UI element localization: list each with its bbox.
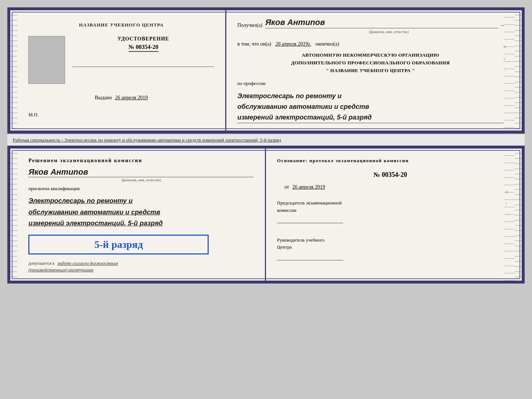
bottom-profession-line1: Электрослесарь по ремонту и bbox=[28, 195, 254, 207]
rdash-2: – bbox=[506, 167, 513, 171]
allowed-value2: (производственным) инструкциям bbox=[28, 267, 93, 272]
rdash-8: – bbox=[506, 235, 513, 239]
date-line: в том, что он(а) 26 апреля 2019г. окончи… bbox=[237, 41, 504, 47]
left-border-decoration-bottom bbox=[10, 149, 17, 281]
bottom-profession-line2: обслуживанию автоматики и средств bbox=[28, 207, 254, 218]
bottom-profession-line3: измерений электростанций, 5-й разряд bbox=[28, 218, 254, 229]
page-wrapper: НАЗВАНИЕ УЧЕБНОГО ЦЕНТРА УДОСТОВЕРЕНИЕ №… bbox=[7, 7, 525, 284]
allowed-line: допускается к работе согласно должностны… bbox=[28, 260, 254, 273]
qualification-label: присвоена квалификация bbox=[28, 186, 254, 192]
cert-number: № 00354-20 bbox=[129, 44, 158, 52]
top-document: НАЗВАНИЕ УЧЕБНОГО ЦЕНТРА УДОСТОВЕРЕНИЕ №… bbox=[7, 7, 525, 133]
right-border-decoration-top bbox=[515, 10, 522, 131]
profession-label: по профессии bbox=[237, 81, 504, 86]
allowed-value: работе согласно должностным bbox=[58, 261, 118, 266]
fio-caption-top: (фамилия, имя, отчество) bbox=[274, 30, 504, 34]
chairman-label: Председатель экзаменационной комиссии bbox=[277, 199, 504, 225]
cert-number-block: УДОСТОВЕРЕНИЕ № 00354-20 bbox=[72, 36, 214, 69]
cert-middle-row: УДОСТОВЕРЕНИЕ № 00354-20 bbox=[28, 36, 214, 84]
qualification-profession: Электрослесарь по ремонту и обслуживанию… bbox=[28, 195, 254, 229]
dash-8: – bbox=[504, 103, 511, 107]
left-border-decoration bbox=[10, 10, 17, 131]
from-date-block: от 26 апреля 2019 bbox=[284, 184, 504, 190]
director-line1: Руководитель учебного bbox=[277, 236, 504, 244]
top-doc-right-panel: Получил(а) Яков Антипов – (фамилия, имя,… bbox=[226, 10, 515, 131]
org-line1: АВТОНОМНУЮ НЕКОММЕРЧЕСКУЮ ОРГАНИЗАЦИЮ bbox=[237, 51, 504, 59]
issued-label: Выдано bbox=[95, 95, 112, 100]
org-line2: ДОПОЛНИТЕЛЬНОГО ПРОФЕССИОНАЛЬНОГО ОБРАЗО… bbox=[237, 59, 504, 67]
rdash-11: – bbox=[506, 269, 513, 273]
cert-label: УДОСТОВЕРЕНИЕ bbox=[72, 36, 214, 42]
recipient-line: Получил(а) Яков Антипов – bbox=[237, 18, 504, 28]
bottom-fio-caption: (фамилия, имя, отчество) bbox=[28, 178, 254, 182]
director-sig-line bbox=[277, 254, 343, 260]
decision-heading: Решением экзаменационной комиссии bbox=[28, 158, 254, 164]
from-label: от bbox=[284, 184, 289, 190]
bottom-cert-number: № 00354-20 bbox=[277, 171, 504, 179]
bottom-doc-left-panel: Решением экзаменационной комиссии Яков А… bbox=[17, 149, 266, 281]
bottom-person-block: Яков Антипов (фамилия, имя, отчество) bbox=[28, 167, 254, 182]
profession-line3-top: измерений электростанций, 5-й разряд bbox=[237, 112, 504, 123]
rdash-7: – bbox=[506, 224, 513, 228]
rdash-6: ← bbox=[506, 213, 513, 217]
bottom-doc-right-panel: Основание: протокол экзаменационной коми… bbox=[266, 149, 515, 281]
chairman-sig-line bbox=[277, 217, 343, 223]
director-label: Руководитель учебного Центра bbox=[277, 236, 504, 263]
director-line2: Центра bbox=[277, 243, 504, 251]
sep-line-1 bbox=[72, 67, 214, 67]
dash-9: – bbox=[504, 115, 511, 119]
date-value: 26 апреля 2019г. bbox=[276, 41, 311, 47]
dash-7: – bbox=[504, 92, 511, 96]
dash-1: – bbox=[504, 22, 511, 26]
right-dashes-bottom: – – – И а ← – – – – – bbox=[506, 149, 513, 281]
org-block: АВТОНОМНУЮ НЕКОММЕРЧЕСКУЮ ОРГАНИЗАЦИЮ ДО… bbox=[237, 51, 504, 74]
rdash-5: а bbox=[506, 201, 513, 205]
profession-line2-top: обслуживанию автоматики и средств bbox=[237, 101, 504, 112]
rdash-4: И bbox=[506, 190, 513, 194]
profession-text-top: Электрослесарь по ремонту и обслуживанию… bbox=[237, 91, 504, 123]
top-doc-left-panel: НАЗВАНИЕ УЧЕБНОГО ЦЕНТРА УДОСТОВЕРЕНИЕ №… bbox=[17, 10, 226, 131]
bottom-document: Решением экзаменационной комиссии Яков А… bbox=[7, 146, 525, 284]
dash-5: ← bbox=[504, 68, 511, 72]
rdash-1: – bbox=[506, 156, 513, 160]
in-that-label: в том, что он(а) bbox=[237, 41, 271, 47]
dash-2: – bbox=[504, 33, 511, 38]
cert-photo-placeholder bbox=[28, 36, 65, 84]
allowed-label: допускается к bbox=[28, 261, 54, 266]
rdash-3: – bbox=[506, 179, 513, 183]
mp-line: М.П. bbox=[28, 112, 38, 118]
org-line3: " НАЗВАНИЕ УЧЕБНОГО ЦЕНТРА " bbox=[237, 67, 504, 75]
bottom-person-name: Яков Антипов bbox=[28, 167, 254, 177]
profession-line1-top: Электрослесарь по ремонту и bbox=[237, 91, 504, 101]
right-border-decoration-bottom bbox=[515, 149, 522, 281]
rank-badge: 5-й разряд bbox=[28, 235, 209, 254]
chairman-line2: комиссии bbox=[277, 207, 504, 214]
issued-date: 26 апреля 2019 bbox=[115, 95, 148, 100]
foundation-text: Основание: протокол экзаменационной коми… bbox=[277, 158, 504, 164]
from-date-val: 26 апреля 2019 bbox=[292, 184, 325, 190]
chairman-line1: Председатель экзаменационной bbox=[277, 199, 504, 207]
dash-4: а bbox=[504, 57, 511, 61]
rdash-9: – bbox=[506, 247, 513, 251]
middle-text: Рабочая специальность - Электрослесарь п… bbox=[7, 133, 525, 146]
dash-6: – bbox=[504, 80, 511, 84]
recipient-name: Яков Антипов bbox=[265, 18, 498, 28]
training-center-heading: НАЗВАНИЕ УЧЕБНОГО ЦЕНТРА bbox=[79, 21, 164, 29]
rdash-10: – bbox=[506, 258, 513, 262]
issued-block: Выдано 26 апреля 2019 bbox=[95, 95, 148, 101]
received-label: Получил(а) bbox=[237, 22, 262, 28]
dash-3: И bbox=[504, 45, 511, 49]
finished-label: окончил(а) bbox=[316, 41, 339, 47]
